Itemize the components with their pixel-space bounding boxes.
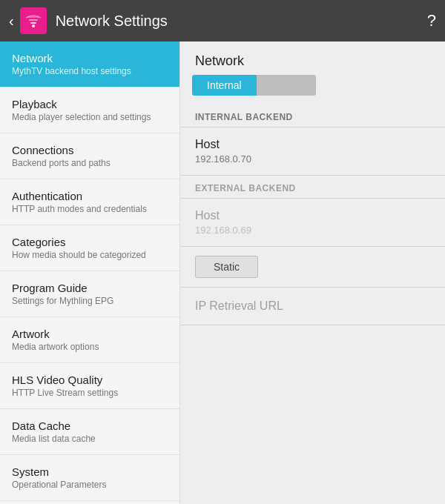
sidebar: Network MythTV backend host settings Pla… <box>0 42 180 504</box>
sidebar-item-playback-title: Playback <box>12 98 168 110</box>
svg-rect-1 <box>29 19 38 21</box>
sidebar-item-connections[interactable]: Connections Backend ports and paths <box>0 133 179 179</box>
external-backend-header: EXTERNAL BACKEND <box>180 176 445 198</box>
sidebar-item-categories[interactable]: Categories How media should be categoriz… <box>0 225 179 271</box>
top-bar: ‹ Network Settings ? <box>0 0 445 42</box>
internal-backend-header: INTERNAL BACKEND <box>180 105 445 127</box>
sidebar-item-playback[interactable]: Playback Media player selection and sett… <box>0 87 179 133</box>
external-host-label: Host <box>195 209 430 222</box>
page-title: Network Settings <box>56 13 427 30</box>
sidebar-item-connections-subtitle: Backend ports and paths <box>12 158 168 168</box>
ip-retrieval-label: IP Retrieval URL <box>195 299 430 313</box>
sidebar-item-artwork-title: Artwork <box>12 328 168 340</box>
content-area: Network Internal INTERNAL BACKEND Host 1… <box>180 42 445 504</box>
static-button[interactable]: Static <box>195 256 258 278</box>
content-title: Network <box>180 42 445 75</box>
sidebar-item-program-guide-subtitle: Settings for Mythling EPG <box>12 296 168 306</box>
svg-rect-2 <box>30 22 36 24</box>
wifi-icon <box>24 12 42 30</box>
sidebar-item-program-guide-title: Program Guide <box>12 282 168 294</box>
sidebar-item-system-subtitle: Operational Parameters <box>12 480 168 490</box>
sidebar-item-network-subtitle: MythTV backend host settings <box>12 66 168 76</box>
sidebar-item-data-cache[interactable]: Data Cache Media list data cache <box>0 409 179 455</box>
sidebar-item-artwork[interactable]: Artwork Media artwork options <box>0 317 179 363</box>
sidebar-item-authentication[interactable]: Authentication HTTP auth modes and crede… <box>0 179 179 225</box>
sidebar-item-data-cache-subtitle: Media list data cache <box>12 434 168 444</box>
sidebar-item-playback-subtitle: Media player selection and settings <box>12 112 168 122</box>
sidebar-item-program-guide[interactable]: Program Guide Settings for Mythling EPG <box>0 271 179 317</box>
svg-point-3 <box>32 24 35 27</box>
internal-host-row[interactable]: Host 192.168.0.70 <box>180 127 445 175</box>
sidebar-item-data-cache-title: Data Cache <box>12 420 168 432</box>
sidebar-item-categories-title: Categories <box>12 236 168 248</box>
sidebar-item-hls-video-quality[interactable]: HLS Video Quality HTTP Live Stream setti… <box>0 363 179 409</box>
internal-host-value: 192.168.0.70 <box>195 153 430 165</box>
tab-bar: Internal <box>180 75 445 105</box>
sidebar-item-hls-title: HLS Video Quality <box>12 374 168 386</box>
sidebar-item-authentication-subtitle: HTTP auth modes and credentials <box>12 204 168 214</box>
ip-retrieval-row: IP Retrieval URL <box>180 288 445 325</box>
sidebar-item-network-title: Network <box>12 52 168 64</box>
back-button[interactable]: ‹ <box>9 13 14 30</box>
sidebar-item-categories-subtitle: How media should be categorized <box>12 250 168 260</box>
divider-6 <box>180 325 445 325</box>
sidebar-item-connections-title: Connections <box>12 144 168 156</box>
help-button[interactable]: ? <box>427 11 436 30</box>
main-container: Network MythTV backend host settings Pla… <box>0 42 445 504</box>
sidebar-item-artwork-subtitle: Media artwork options <box>12 342 168 352</box>
sidebar-item-authentication-title: Authentication <box>12 190 168 202</box>
app-icon <box>20 7 47 34</box>
external-host-value: 192.168.0.69 <box>195 225 430 236</box>
internal-host-label: Host <box>195 138 430 151</box>
sidebar-item-system[interactable]: System Operational Parameters <box>0 455 179 501</box>
static-area: Static <box>180 247 445 287</box>
sidebar-item-system-title: System <box>12 465 168 478</box>
tab-external[interactable] <box>257 75 316 96</box>
sidebar-item-network[interactable]: Network MythTV backend host settings <box>0 42 179 87</box>
external-host-row: Host 192.168.0.69 <box>180 199 445 246</box>
sidebar-item-hls-subtitle: HTTP Live Stream settings <box>12 388 168 398</box>
tab-internal[interactable]: Internal <box>192 75 257 96</box>
